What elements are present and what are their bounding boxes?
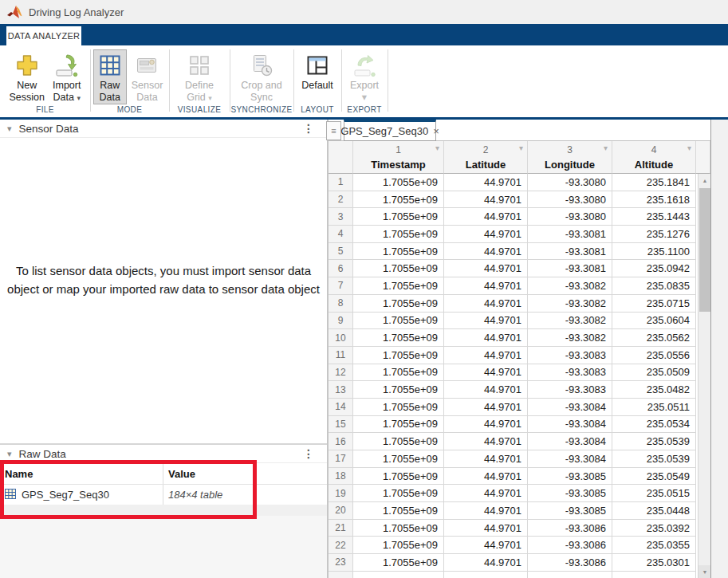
- table-row[interactable]: 211.7055e+0944.9701-93.3086235.0392: [329, 520, 710, 537]
- data-cell[interactable]: 44.9701: [444, 295, 528, 313]
- table-row[interactable]: 161.7055e+0944.9701-93.3084235.0539: [329, 433, 710, 450]
- export-button[interactable]: Export ▾: [347, 49, 382, 104]
- data-cell[interactable]: 1.7055e+09: [353, 313, 444, 330]
- data-cell[interactable]: 235.0539: [612, 433, 696, 450]
- data-cell[interactable]: -93.3082: [528, 295, 612, 313]
- row-number-cell[interactable]: 5: [329, 243, 353, 261]
- data-cell[interactable]: 1.7055e+09: [353, 520, 444, 537]
- data-cell[interactable]: 1.7055e+09: [353, 260, 444, 277]
- data-cell[interactable]: 235.0511: [612, 399, 696, 416]
- data-cell[interactable]: -93.3081: [528, 243, 612, 261]
- table-row[interactable]: 91.7055e+0944.9701-93.3082235.0604: [329, 313, 710, 330]
- tab-data-analyzer[interactable]: DATA ANALYZER: [6, 26, 81, 45]
- data-cell[interactable]: -93.3080: [528, 191, 612, 209]
- data-cell[interactable]: 235.0534: [612, 416, 696, 434]
- data-cell[interactable]: 44.9701: [444, 433, 528, 450]
- table-row[interactable]: 21.7055e+0944.9701-93.3080235.1618: [329, 191, 710, 209]
- table-row[interactable]: 81.7055e+0944.9701-93.3082235.0715: [329, 295, 710, 313]
- data-cell[interactable]: 235.0556: [612, 347, 696, 364]
- data-cell[interactable]: 235.0539: [612, 450, 696, 468]
- collapse-triangle-icon[interactable]: ▾: [7, 124, 12, 133]
- data-cell[interactable]: 235.1276: [612, 226, 696, 243]
- row-number-cell[interactable]: 19: [329, 485, 353, 502]
- data-cell[interactable]: 1.7055e+09: [353, 295, 444, 313]
- data-cell[interactable]: 235.0392: [612, 520, 696, 537]
- column-header-altitude[interactable]: 4 Altitude ▾: [612, 141, 696, 174]
- table-row[interactable]: 201.7055e+0944.9701-93.3085235.0448: [329, 502, 710, 520]
- row-number-cell[interactable]: 21: [329, 520, 353, 537]
- raw-header-value[interactable]: Value: [163, 463, 327, 484]
- row-number-cell[interactable]: 14: [329, 399, 353, 416]
- row-number-cell[interactable]: 10: [329, 329, 353, 347]
- data-cell[interactable]: 1.7055e+09: [353, 191, 444, 209]
- column-header-latitude[interactable]: 2 Latitude ▾: [444, 141, 528, 174]
- data-cell[interactable]: 44.9701: [444, 502, 528, 520]
- column-menu-caret-icon[interactable]: ▾: [687, 144, 691, 152]
- raw-data-row[interactable]: GPS_Seg7_Seq30 184×4 table: [0, 485, 327, 505]
- row-number-cell[interactable]: 12: [329, 364, 353, 382]
- data-cell[interactable]: 44.9701: [444, 313, 528, 330]
- row-number-cell[interactable]: 1: [329, 174, 353, 191]
- data-cell[interactable]: 235.1443: [612, 208, 696, 226]
- data-cell[interactable]: 1.7055e+09: [353, 243, 444, 261]
- data-cell[interactable]: 44.9701: [444, 174, 528, 191]
- data-cell[interactable]: -93.3080: [528, 174, 612, 191]
- data-cell[interactable]: 235.0515: [612, 485, 696, 502]
- data-cell[interactable]: 1.7055e+09: [353, 277, 444, 295]
- row-number-cell[interactable]: 2: [329, 191, 353, 209]
- row-number-cell[interactable]: 16: [329, 433, 353, 450]
- data-cell[interactable]: 235.0482: [612, 381, 696, 399]
- table-row[interactable]: 171.7055e+0944.9701-93.3084235.0539: [329, 450, 710, 468]
- table-row[interactable]: 121.7055e+0944.9701-93.3083235.0509: [329, 364, 710, 382]
- data-cell[interactable]: 235.0509: [612, 364, 696, 382]
- data-cell[interactable]: -93.3083: [528, 381, 612, 399]
- data-cell[interactable]: 1.7055e+09: [353, 347, 444, 364]
- row-number-cell[interactable]: 13: [329, 381, 353, 399]
- data-cell[interactable]: -93.3083: [528, 364, 612, 382]
- data-cell[interactable]: 235.1841: [612, 174, 696, 191]
- new-session-button[interactable]: New Session: [6, 49, 48, 104]
- row-number-cell[interactable]: 18: [329, 468, 353, 486]
- data-cell[interactable]: -93.3082: [528, 313, 612, 330]
- data-cell[interactable]: 44.9701: [444, 537, 528, 554]
- data-cell[interactable]: 235.0448: [612, 502, 696, 520]
- data-cell[interactable]: 235.0301: [612, 554, 696, 572]
- data-cell[interactable]: 44.9701: [444, 260, 528, 277]
- data-cell[interactable]: 235.0549: [612, 468, 696, 486]
- import-data-button[interactable]: Import Data ▾: [49, 49, 84, 105]
- data-cell[interactable]: -93.3084: [528, 416, 612, 434]
- data-cell[interactable]: -93.3086: [528, 520, 612, 537]
- data-cell[interactable]: 44.9701: [444, 520, 528, 537]
- table-row[interactable]: 231.7055e+0944.9701-93.3086235.0301: [329, 554, 710, 572]
- data-cell[interactable]: -93.3085: [528, 485, 612, 502]
- table-row[interactable]: 71.7055e+0944.9701-93.3082235.0835: [329, 277, 710, 295]
- row-number-cell[interactable]: 17: [329, 450, 353, 468]
- data-cell[interactable]: 235.0942: [612, 260, 696, 277]
- data-cell[interactable]: -93.3081: [528, 226, 612, 243]
- data-cell[interactable]: -93.3086: [528, 554, 612, 572]
- column-header-timestamp[interactable]: 1 Timestamp ▾: [353, 141, 444, 174]
- data-cell[interactable]: 235.0604: [612, 313, 696, 330]
- data-cell[interactable]: 1.7055e+09: [353, 364, 444, 382]
- data-cell[interactable]: 235.0562: [612, 329, 696, 347]
- data-cell[interactable]: 44.9701: [444, 381, 528, 399]
- data-cell[interactable]: 44.9701: [444, 191, 528, 209]
- table-row[interactable]: 51.7055e+0944.9701-93.3081235.1100: [329, 243, 710, 261]
- data-cell[interactable]: -93.3082: [528, 277, 612, 295]
- data-cell[interactable]: 1.7055e+09: [353, 554, 444, 572]
- data-cell[interactable]: -93.3083: [528, 347, 612, 364]
- data-cell[interactable]: 44.9701: [444, 364, 528, 382]
- data-cell[interactable]: 44.9701: [444, 485, 528, 502]
- scroll-up-arrow-icon[interactable]: ▲: [698, 174, 711, 187]
- data-cell[interactable]: -93.3084: [528, 450, 612, 468]
- data-cell[interactable]: 235.1618: [612, 191, 696, 209]
- data-cell[interactable]: -93.3084: [528, 433, 612, 450]
- panel-menu-dots-icon[interactable]: ⋮: [303, 122, 314, 135]
- data-cell[interactable]: 44.9701: [444, 450, 528, 468]
- close-icon[interactable]: ×: [433, 125, 439, 137]
- data-cell[interactable]: 1.7055e+09: [353, 502, 444, 520]
- row-number-cell[interactable]: 20: [329, 502, 353, 520]
- table-row[interactable]: 151.7055e+0944.9701-93.3084235.0534: [329, 416, 710, 434]
- data-cell[interactable]: 44.9701: [444, 277, 528, 295]
- data-cell[interactable]: 235.1100: [612, 243, 696, 261]
